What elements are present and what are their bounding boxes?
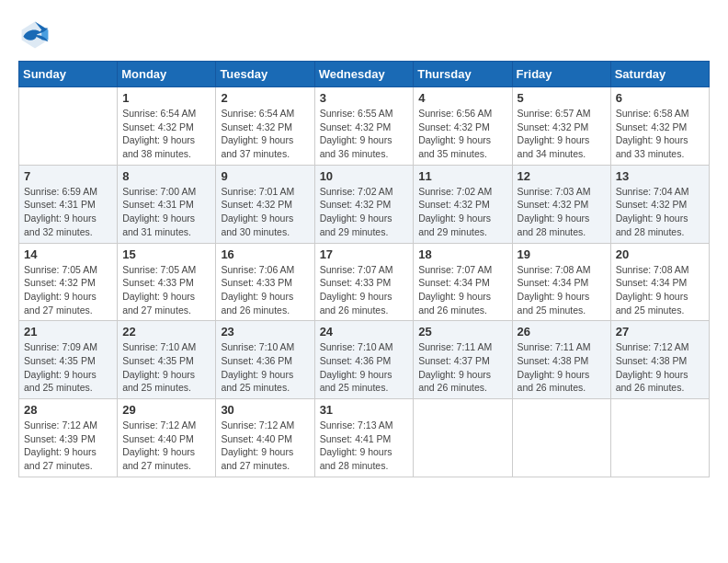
calendar-cell	[19, 87, 118, 166]
day-number: 8	[122, 169, 210, 183]
day-number: 31	[320, 403, 409, 417]
day-number: 15	[122, 247, 210, 261]
calendar-cell: 15Sunrise: 7:05 AM Sunset: 4:33 PM Dayli…	[118, 243, 216, 321]
day-number: 6	[616, 91, 704, 105]
weekday-header-friday: Friday	[512, 62, 610, 87]
calendar-cell: 3Sunrise: 6:55 AM Sunset: 4:32 PM Daylig…	[314, 87, 414, 166]
day-number: 1	[122, 91, 210, 105]
day-number: 17	[320, 247, 409, 261]
day-info: Sunrise: 7:08 AM Sunset: 4:34 PM Dayligh…	[616, 263, 704, 317]
calendar-cell: 14Sunrise: 7:05 AM Sunset: 4:32 PM Dayli…	[19, 243, 118, 321]
calendar-cell: 10Sunrise: 7:02 AM Sunset: 4:32 PM Dayli…	[314, 165, 414, 243]
calendar-week-1: 1Sunrise: 6:54 AM Sunset: 4:32 PM Daylig…	[19, 87, 710, 166]
calendar-cell: 29Sunrise: 7:12 AM Sunset: 4:40 PM Dayli…	[118, 399, 216, 477]
calendar-cell: 11Sunrise: 7:02 AM Sunset: 4:32 PM Dayli…	[414, 165, 512, 243]
calendar-cell: 21Sunrise: 7:09 AM Sunset: 4:35 PM Dayli…	[19, 321, 118, 399]
day-info: Sunrise: 6:54 AM Sunset: 4:32 PM Dayligh…	[122, 107, 210, 161]
calendar-cell: 22Sunrise: 7:10 AM Sunset: 4:35 PM Dayli…	[118, 321, 216, 399]
weekday-header-saturday: Saturday	[610, 62, 709, 87]
weekday-header-tuesday: Tuesday	[216, 62, 314, 87]
day-number: 7	[24, 169, 112, 183]
calendar-cell: 30Sunrise: 7:12 AM Sunset: 4:40 PM Dayli…	[216, 399, 314, 477]
day-number: 12	[518, 169, 606, 183]
calendar-cell: 19Sunrise: 7:08 AM Sunset: 4:34 PM Dayli…	[512, 243, 610, 321]
calendar-cell: 26Sunrise: 7:11 AM Sunset: 4:38 PM Dayli…	[512, 321, 610, 399]
day-info: Sunrise: 6:59 AM Sunset: 4:31 PM Dayligh…	[24, 185, 112, 239]
calendar-cell: 2Sunrise: 6:54 AM Sunset: 4:32 PM Daylig…	[216, 87, 314, 166]
calendar-week-5: 28Sunrise: 7:12 AM Sunset: 4:39 PM Dayli…	[19, 399, 710, 477]
day-number: 27	[616, 325, 704, 339]
day-info: Sunrise: 6:57 AM Sunset: 4:32 PM Dayligh…	[518, 107, 606, 161]
day-info: Sunrise: 7:10 AM Sunset: 4:36 PM Dayligh…	[320, 340, 409, 395]
day-info: Sunrise: 7:08 AM Sunset: 4:34 PM Dayligh…	[518, 263, 606, 317]
day-info: Sunrise: 7:12 AM Sunset: 4:38 PM Dayligh…	[616, 340, 704, 395]
day-number: 20	[616, 247, 704, 261]
day-number: 29	[122, 403, 210, 417]
day-info: Sunrise: 7:04 AM Sunset: 4:32 PM Dayligh…	[616, 185, 704, 239]
day-info: Sunrise: 7:10 AM Sunset: 4:36 PM Dayligh…	[221, 340, 309, 395]
day-number: 16	[221, 247, 309, 261]
day-number: 19	[518, 247, 606, 261]
day-info: Sunrise: 7:05 AM Sunset: 4:33 PM Dayligh…	[122, 263, 210, 317]
weekday-header-wednesday: Wednesday	[314, 62, 414, 87]
calendar-cell: 23Sunrise: 7:10 AM Sunset: 4:36 PM Dayli…	[216, 321, 314, 399]
calendar-table: SundayMondayTuesdayWednesdayThursdayFrid…	[18, 61, 710, 477]
calendar-cell: 1Sunrise: 6:54 AM Sunset: 4:32 PM Daylig…	[118, 87, 216, 166]
calendar-cell: 12Sunrise: 7:03 AM Sunset: 4:32 PM Dayli…	[512, 165, 610, 243]
calendar-cell: 18Sunrise: 7:07 AM Sunset: 4:34 PM Dayli…	[414, 243, 512, 321]
day-info: Sunrise: 7:00 AM Sunset: 4:31 PM Dayligh…	[122, 185, 210, 239]
day-number: 4	[418, 91, 506, 105]
calendar-cell	[610, 399, 709, 477]
calendar-cell: 5Sunrise: 6:57 AM Sunset: 4:32 PM Daylig…	[512, 87, 610, 166]
calendar-cell: 8Sunrise: 7:00 AM Sunset: 4:31 PM Daylig…	[118, 165, 216, 243]
calendar-week-4: 21Sunrise: 7:09 AM Sunset: 4:35 PM Dayli…	[19, 321, 710, 399]
day-info: Sunrise: 7:02 AM Sunset: 4:32 PM Dayligh…	[320, 185, 409, 239]
day-info: Sunrise: 7:07 AM Sunset: 4:34 PM Dayligh…	[418, 263, 506, 317]
day-number: 14	[24, 247, 112, 261]
day-info: Sunrise: 7:13 AM Sunset: 4:41 PM Dayligh…	[320, 419, 409, 473]
day-info: Sunrise: 7:12 AM Sunset: 4:40 PM Dayligh…	[221, 419, 309, 473]
day-number: 18	[418, 247, 506, 261]
day-number: 28	[24, 403, 112, 417]
calendar-cell: 20Sunrise: 7:08 AM Sunset: 4:34 PM Dayli…	[610, 243, 709, 321]
day-number: 11	[418, 169, 506, 183]
calendar-cell: 16Sunrise: 7:06 AM Sunset: 4:33 PM Dayli…	[216, 243, 314, 321]
calendar-cell: 13Sunrise: 7:04 AM Sunset: 4:32 PM Dayli…	[610, 165, 709, 243]
day-info: Sunrise: 7:11 AM Sunset: 4:38 PM Dayligh…	[518, 340, 606, 395]
day-number: 23	[221, 325, 309, 339]
calendar-cell: 31Sunrise: 7:13 AM Sunset: 4:41 PM Dayli…	[314, 399, 414, 477]
day-info: Sunrise: 6:56 AM Sunset: 4:32 PM Dayligh…	[418, 107, 506, 161]
page-header	[18, 18, 710, 52]
calendar-cell: 24Sunrise: 7:10 AM Sunset: 4:36 PM Dayli…	[314, 321, 414, 399]
day-number: 13	[616, 169, 704, 183]
day-info: Sunrise: 7:06 AM Sunset: 4:33 PM Dayligh…	[221, 263, 309, 317]
calendar-week-2: 7Sunrise: 6:59 AM Sunset: 4:31 PM Daylig…	[19, 165, 710, 243]
calendar-cell: 17Sunrise: 7:07 AM Sunset: 4:33 PM Dayli…	[314, 243, 414, 321]
day-number: 9	[221, 169, 309, 183]
day-number: 21	[24, 325, 112, 339]
day-number: 3	[320, 91, 409, 105]
day-info: Sunrise: 6:58 AM Sunset: 4:32 PM Dayligh…	[616, 107, 704, 161]
day-info: Sunrise: 7:05 AM Sunset: 4:32 PM Dayligh…	[24, 263, 112, 317]
calendar-cell: 25Sunrise: 7:11 AM Sunset: 4:37 PM Dayli…	[414, 321, 512, 399]
day-info: Sunrise: 6:55 AM Sunset: 4:32 PM Dayligh…	[320, 107, 409, 161]
calendar-cell: 4Sunrise: 6:56 AM Sunset: 4:32 PM Daylig…	[414, 87, 512, 166]
calendar-cell: 9Sunrise: 7:01 AM Sunset: 4:32 PM Daylig…	[216, 165, 314, 243]
calendar-week-3: 14Sunrise: 7:05 AM Sunset: 4:32 PM Dayli…	[19, 243, 710, 321]
day-info: Sunrise: 7:11 AM Sunset: 4:37 PM Dayligh…	[418, 340, 506, 395]
calendar-cell: 7Sunrise: 6:59 AM Sunset: 4:31 PM Daylig…	[19, 165, 118, 243]
day-info: Sunrise: 7:09 AM Sunset: 4:35 PM Dayligh…	[24, 340, 112, 395]
day-info: Sunrise: 7:02 AM Sunset: 4:32 PM Dayligh…	[418, 185, 506, 239]
day-number: 24	[320, 325, 409, 339]
day-info: Sunrise: 7:12 AM Sunset: 4:40 PM Dayligh…	[122, 419, 210, 473]
calendar-cell: 28Sunrise: 7:12 AM Sunset: 4:39 PM Dayli…	[19, 399, 118, 477]
day-number: 2	[221, 91, 309, 105]
calendar-cell: 6Sunrise: 6:58 AM Sunset: 4:32 PM Daylig…	[610, 87, 709, 166]
calendar-cell: 27Sunrise: 7:12 AM Sunset: 4:38 PM Dayli…	[610, 321, 709, 399]
day-number: 10	[320, 169, 409, 183]
calendar-cell	[414, 399, 512, 477]
day-info: Sunrise: 7:01 AM Sunset: 4:32 PM Dayligh…	[221, 185, 309, 239]
logo-icon	[18, 18, 51, 52]
logo	[18, 18, 55, 52]
day-number: 5	[518, 91, 606, 105]
